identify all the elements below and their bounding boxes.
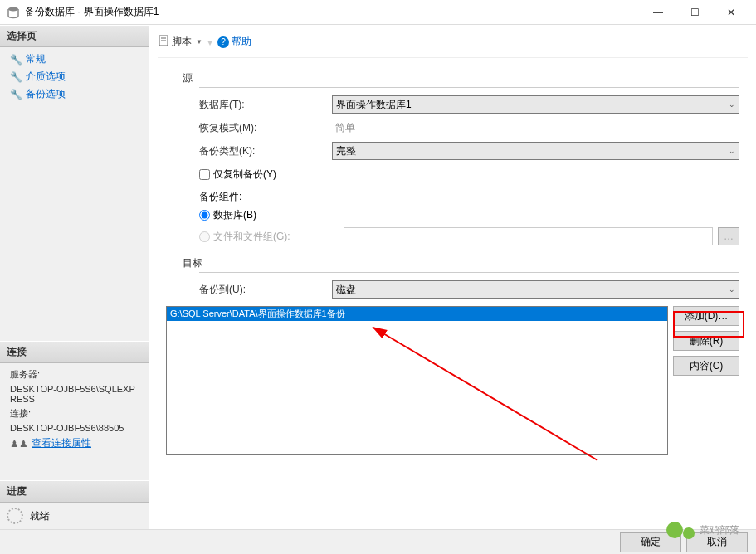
help-button[interactable]: ? 帮助 — [217, 35, 251, 49]
script-label: 脚本 — [172, 35, 192, 49]
radio-database-label: 数据库(B) — [213, 208, 256, 222]
chevron-down-icon: ⌄ — [729, 147, 735, 155]
backup-to-value: 磁盘 — [336, 283, 356, 297]
server-value: DESKTOP-OJBF5S6\SQLEXPRESS — [7, 382, 142, 406]
help-icon: ? — [217, 36, 229, 48]
main-content: 脚本 ▼ ▾ ? 帮助 源 数据库(T): 界面操作数据库1 ⌄ — [149, 25, 756, 529]
chevron-down-icon: ⌄ — [729, 285, 735, 294]
help-label: 帮助 — [232, 35, 251, 49]
connection-value: DESKTOP-OJBF5S6\88505 — [7, 421, 142, 435]
radio-files — [199, 231, 210, 242]
progress-header: 进度 — [0, 480, 149, 503]
titlebar: 备份数据库 - 界面操作数据库1 — ☐ ✕ — [0, 0, 756, 25]
toolbar: 脚本 ▼ ▾ ? 帮助 — [158, 32, 748, 58]
destination-list[interactable]: G:\SQL Server\DATA\界面操作数据库1备份 — [166, 306, 668, 455]
backup-type-value: 完整 — [336, 144, 356, 158]
add-button[interactable]: 添加(D)… — [673, 306, 739, 326]
script-icon — [158, 35, 169, 49]
recovery-label: 恢复模式(M): — [199, 121, 332, 135]
wrench-icon: 🔧 — [10, 54, 22, 66]
radio-database[interactable] — [199, 210, 210, 221]
status-row: 就绪 — [0, 503, 149, 529]
status-text: 就绪 — [30, 509, 50, 523]
ok-button[interactable]: 确定 — [620, 532, 681, 552]
select-page-header: 选择页 — [0, 25, 149, 47]
database-value: 界面操作数据库1 — [336, 98, 412, 112]
view-connection-props[interactable]: ♟♟ 查看连接属性 — [7, 435, 142, 452]
database-combo[interactable]: 界面操作数据库1 ⌄ — [332, 95, 739, 114]
contents-button[interactable]: 内容(C) — [673, 356, 739, 376]
spinner-icon — [7, 508, 23, 524]
copy-only-checkbox[interactable] — [199, 169, 210, 180]
backup-type-label: 备份类型(K): — [199, 144, 332, 158]
backup-to-label: 备份到(U): — [199, 283, 332, 297]
copy-only-label: 仅复制备份(Y) — [213, 168, 276, 182]
svg-point-0 — [8, 7, 18, 11]
cancel-button[interactable]: 取消 — [686, 532, 748, 552]
people-icon: ♟♟ — [10, 438, 28, 450]
files-field — [344, 227, 713, 245]
wrench-icon: 🔧 — [10, 71, 22, 83]
source-group-header: 源 — [183, 71, 739, 85]
backup-to-combo[interactable]: 磁盘 ⌄ — [332, 280, 739, 299]
files-browse-button: … — [718, 227, 739, 245]
separator: ▾ — [207, 36, 212, 48]
script-button[interactable]: 脚本 ▼ — [158, 35, 202, 49]
nav-label: 介质选项 — [26, 70, 66, 84]
database-label: 数据库(T): — [199, 98, 332, 112]
maximize-button[interactable]: ☐ — [676, 1, 713, 24]
nav-label: 备份选项 — [26, 87, 66, 101]
database-icon — [7, 6, 20, 19]
minimize-button[interactable]: — — [640, 1, 676, 24]
wrench-icon: 🔧 — [10, 89, 22, 100]
nav-media-options[interactable]: 🔧 介质选项 — [7, 68, 142, 85]
nav-backup-options[interactable]: 🔧 备份选项 — [7, 85, 142, 103]
view-conn-link[interactable]: 查看连接属性 — [32, 436, 91, 450]
connection-label: 连接: — [7, 406, 142, 421]
radio-files-label: 文件和文件组(G): — [213, 230, 290, 244]
dest-group-header: 目标 — [183, 256, 739, 270]
sidebar: 选择页 🔧 常规 🔧 介质选项 🔧 备份选项 连接 服务器: DESKTOP-O… — [0, 25, 149, 529]
dialog-footer: 确定 取消 — [0, 529, 756, 554]
backup-type-combo[interactable]: 完整 ⌄ — [332, 142, 739, 160]
recovery-value: 简单 — [332, 119, 739, 137]
connection-header: 连接 — [0, 341, 149, 363]
window-title: 备份数据库 - 界面操作数据库1 — [25, 5, 640, 19]
remove-button[interactable]: 删除(R) — [673, 331, 739, 351]
chevron-down-icon: ▼ — [196, 38, 202, 46]
destination-item[interactable]: G:\SQL Server\DATA\界面操作数据库1备份 — [167, 307, 667, 321]
nav-general[interactable]: 🔧 常规 — [7, 51, 142, 68]
close-button[interactable]: ✕ — [713, 1, 749, 24]
chevron-down-icon: ⌄ — [729, 100, 735, 109]
server-label: 服务器: — [7, 367, 142, 382]
component-header: 备份组件: — [199, 190, 739, 204]
nav-label: 常规 — [26, 52, 46, 66]
